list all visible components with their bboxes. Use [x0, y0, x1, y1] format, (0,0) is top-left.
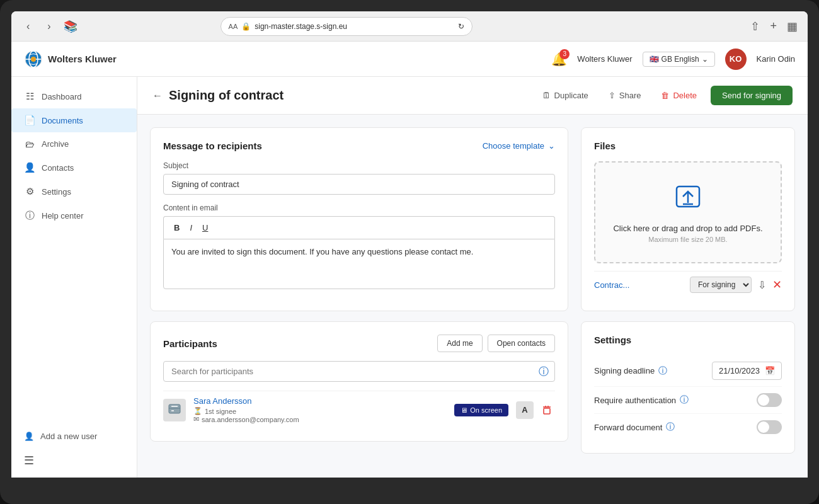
- open-contacts-button[interactable]: Open contacts: [488, 335, 555, 352]
- participant-avatar: [163, 399, 186, 421]
- file-delete-icon[interactable]: ✕: [772, 278, 782, 292]
- user-avatar[interactable]: KO: [725, 49, 747, 70]
- underline-button[interactable]: U: [198, 222, 212, 234]
- send-for-signing-button[interactable]: Send for signing: [711, 86, 793, 105]
- language-label: GB English: [662, 55, 699, 64]
- content-editor[interactable]: You are invited to sign this document. I…: [163, 239, 555, 289]
- right-column: Files: [581, 127, 795, 454]
- italic-button[interactable]: I: [186, 222, 196, 234]
- require-auth-row: Require authentication ⓘ: [594, 387, 782, 414]
- sidebar-label-documents: Documents: [42, 116, 83, 125]
- page-header: ← Signing of contract 🗓 Duplicate ⇧ Shar…: [137, 77, 808, 115]
- sidebar-item-archive[interactable]: 🗁 Archive: [11, 132, 137, 156]
- reader-mode-label: AA: [229, 23, 238, 30]
- language-selector[interactable]: 🇬🇧 GB English ⌄: [643, 52, 715, 67]
- subject-input[interactable]: [163, 174, 555, 195]
- svg-rect-4: [169, 404, 180, 413]
- file-type-select[interactable]: For signing: [690, 277, 752, 293]
- signing-deadline-text: Signing deadline: [594, 366, 655, 375]
- browser-actions: ⇧ + ▦: [750, 20, 798, 33]
- settings-icon: ⚙: [24, 186, 35, 197]
- sidebar-item-documents[interactable]: 📄 Documents: [11, 108, 137, 132]
- add-me-button[interactable]: Add me: [437, 335, 482, 352]
- tabs-icon[interactable]: ▦: [787, 20, 798, 33]
- search-info-icon: ⓘ: [539, 365, 549, 378]
- search-participants-group: ⓘ: [163, 361, 555, 382]
- share-button[interactable]: ⇧ Share: [602, 87, 648, 104]
- search-participants-input[interactable]: [163, 361, 555, 382]
- forward-button[interactable]: ›: [42, 18, 55, 35]
- bookmarks-icon: 📚: [64, 20, 77, 33]
- signing-deadline-input[interactable]: 21/10/2023 📅: [712, 362, 782, 380]
- delete-button[interactable]: 🗑 Delete: [655, 87, 703, 104]
- participant-info: Sara Andersson ⏳ 1st signee ✉ sara.ander…: [193, 396, 447, 423]
- logo-icon: [24, 50, 43, 69]
- flag-icon: 🇬🇧: [650, 55, 659, 64]
- top-nav: Wolters Kluwer 🔔 3 Wolters Kluwer 🇬🇧 GB …: [11, 42, 808, 77]
- files-card-header: Files: [594, 140, 782, 151]
- add-user-item[interactable]: 👤 Add a new user: [24, 432, 124, 441]
- two-column-layout: Message to recipients Choose template ⌄ …: [137, 115, 808, 466]
- participants-card: Participants Add me Open contacts ⓘ: [150, 321, 568, 442]
- require-auth-info-icon[interactable]: ⓘ: [680, 394, 689, 406]
- require-auth-text: Require authentication: [594, 396, 676, 405]
- duplicate-label: Duplicate: [554, 91, 588, 100]
- participant-role: ⏳ 1st signee: [193, 407, 447, 415]
- participant-actions: A: [516, 401, 555, 419]
- sidebar-label-dashboard: Dashboard: [42, 92, 82, 101]
- notification-badge: 3: [559, 49, 570, 59]
- delete-icon: 🗑: [661, 91, 669, 100]
- role-text: 1st signee: [205, 408, 236, 415]
- choose-template-label: Choose template: [483, 141, 544, 151]
- new-tab-icon[interactable]: +: [770, 20, 777, 33]
- hamburger-icon[interactable]: ☰: [24, 454, 34, 467]
- sidebar-item-dashboard[interactable]: ☷ Dashboard: [11, 84, 137, 108]
- top-nav-right: 🔔 3 Wolters Kluwer 🇬🇧 GB English ⌄ KO Ka…: [551, 49, 795, 70]
- forward-doc-row: Forward document ⓘ: [594, 414, 782, 440]
- page-title: Signing of contract: [169, 88, 284, 103]
- logo: Wolters Kluwer: [24, 50, 551, 69]
- participant-edit-button[interactable]: A: [516, 401, 534, 419]
- file-row: Contrac... For signing ⇩ ✕: [594, 271, 782, 298]
- participants-buttons: Add me Open contacts: [437, 335, 555, 352]
- page-actions: 🗓 Duplicate ⇧ Share 🗑 Delete: [536, 86, 793, 105]
- message-card-header: Message to recipients Choose template ⌄: [163, 140, 555, 151]
- address-bar[interactable]: AA 🔒 sign-master.stage.s-sign.eu ↻: [220, 17, 472, 36]
- subject-group: Subject: [163, 161, 555, 195]
- duplicate-button[interactable]: 🗓 Duplicate: [536, 87, 595, 104]
- refresh-icon[interactable]: ↻: [458, 22, 464, 31]
- email-icon: ✉: [193, 415, 199, 423]
- sidebar-item-settings[interactable]: ⚙ Settings: [11, 180, 137, 203]
- sidebar-label-archive: Archive: [42, 139, 69, 149]
- sidebar-item-contacts[interactable]: 👤 Contacts: [11, 156, 137, 180]
- delete-label: Delete: [673, 91, 697, 100]
- share-browser-icon[interactable]: ⇧: [750, 20, 760, 33]
- share-label: Share: [619, 91, 641, 100]
- choose-template-button[interactable]: Choose template ⌄: [483, 141, 555, 151]
- bold-button[interactable]: B: [170, 222, 183, 234]
- settings-card-header: Settings: [594, 335, 782, 345]
- download-icon[interactable]: ⇩: [758, 279, 766, 291]
- laptop-frame: ‹ › 📚 AA 🔒 sign-master.stage.s-sign.eu ↻…: [0, 0, 819, 504]
- participant-delete-button[interactable]: [539, 402, 555, 418]
- sidebar-item-help[interactable]: ⓘ Help center: [11, 203, 137, 228]
- message-card-title: Message to recipients: [163, 140, 262, 151]
- files-title: Files: [594, 140, 616, 151]
- upload-area[interactable]: Click here or drag and drop to add PDFs.…: [594, 161, 782, 263]
- documents-icon: 📄: [24, 115, 35, 126]
- page-back-button[interactable]: ←: [152, 90, 163, 101]
- forward-doc-info-icon[interactable]: ⓘ: [666, 421, 675, 433]
- notification-button[interactable]: 🔔 3: [551, 52, 567, 67]
- content-label: Content in email: [163, 203, 555, 212]
- rich-text-toolbar: B I U: [163, 216, 555, 239]
- main-layout: ☷ Dashboard 📄 Documents 🗁 Archive 👤 Cont…: [11, 77, 808, 478]
- signing-deadline-info-icon[interactable]: ⓘ: [658, 365, 667, 377]
- forward-doc-toggle[interactable]: [757, 420, 782, 434]
- chevron-down-icon: ⌄: [548, 141, 555, 151]
- require-auth-toggle[interactable]: [757, 393, 782, 407]
- message-card: Message to recipients Choose template ⌄ …: [150, 127, 568, 311]
- file-name: Contrac...: [594, 280, 684, 290]
- back-button[interactable]: ‹: [21, 18, 35, 35]
- upload-icon: [608, 181, 768, 217]
- on-screen-badge: 🖥 On screen: [454, 404, 508, 416]
